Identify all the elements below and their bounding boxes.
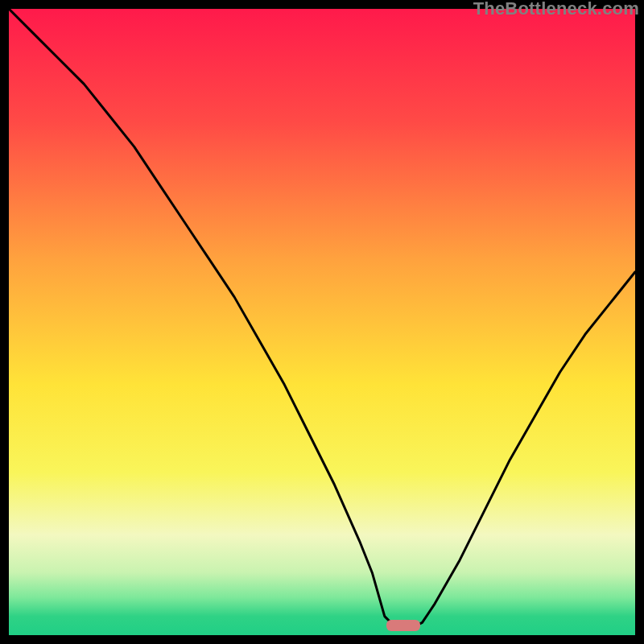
optimal-marker xyxy=(386,620,420,631)
chart-plot xyxy=(9,9,635,635)
watermark-label: TheBottleneck.com xyxy=(473,0,639,19)
bottleneck-curve xyxy=(9,9,635,635)
